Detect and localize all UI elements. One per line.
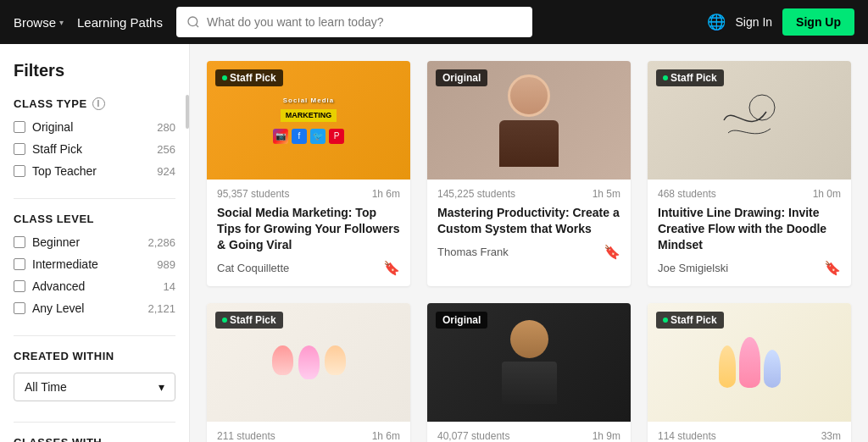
bookmark-icon-2[interactable]: 🔖 [824,260,841,276]
filter-item-anylevel: Any Level 2,121 [14,301,175,315]
browse-chevron-icon: ▾ [59,18,64,27]
svg-point-0 [188,17,198,26]
pinterest-icon: P [329,129,344,144]
card-title-0: Social Media Marketing: Top Tips for Gro… [217,205,400,253]
topteacher-count: 924 [157,165,175,178]
created-within-section: CREATED WITHIN All Time ▾ [14,350,175,401]
advanced-checkbox[interactable] [14,280,25,292]
social-title-box: MARKETING [281,109,337,122]
nav-right: 🌐 Sign In Sign Up [707,8,854,36]
card-info-5: 114 students 33m Floriography & Art: Cre… [648,422,851,442]
card-duration-3: 1h 6m [372,430,400,442]
beginner-label: Beginner [32,235,80,249]
card-students-2: 468 students [658,188,716,200]
class-type-info-icon[interactable]: i [92,97,105,110]
search-bar[interactable] [176,7,532,37]
filter-item-intermediate: Intermediate 989 [14,257,175,271]
topteacher-label: Top Teacher [32,164,97,178]
topteacher-checkbox[interactable] [14,165,25,177]
staffpick-count: 256 [157,143,175,156]
card-info-0: 95,357 students 1h 6m Social Media Marke… [207,180,410,286]
navbar: Browse ▾ Learning Paths 🌐 Sign In Sign U… [0,0,868,44]
card-students-3: 211 students [217,430,275,442]
badge-label-4: Original [442,314,481,326]
intermediate-checkbox[interactable] [14,258,25,270]
card-info-1: 145,225 students 1h 5m Mastering Product… [427,180,631,270]
original-count: 280 [157,121,175,134]
class-level-heading: CLASS LEVEL [14,213,175,225]
class-level-section: CLASS LEVEL Beginner 2,286 Intermediate … [14,213,175,315]
card-info-2: 468 students 1h 0m Intuitive Line Drawin… [648,180,851,286]
card-duration-5: 33m [821,430,841,442]
created-within-value: All Time [25,380,67,394]
divider-3 [14,422,175,423]
sidebar: Filters CLASS TYPE i Original 280 Staff … [0,44,190,442]
beginner-checkbox[interactable] [14,236,25,248]
badge-dot-2 [663,75,668,80]
badge-dot-5 [663,318,668,323]
classes-with-section: CLASSES WITH [14,436,175,442]
card-badge-0: Staff Pick [215,69,283,86]
card-4[interactable]: Original 40,077 students 1h 9m Modern Mo… [427,303,631,442]
anylevel-checkbox[interactable] [14,302,25,314]
bookmark-icon-0[interactable]: 🔖 [383,260,400,276]
card-1[interactable]: Original 145,225 students 1h 5m Masterin… [427,61,631,286]
original-checkbox[interactable] [14,121,25,133]
chevron-down-icon: ▾ [159,380,164,394]
created-within-heading: CREATED WITHIN [14,350,175,362]
anylevel-count: 2,121 [147,302,175,315]
search-icon [186,15,200,29]
badge-dot-icon [222,75,227,80]
scroll-indicator [186,95,189,129]
card-meta-4: 40,077 students 1h 9m [437,430,620,442]
bookmark-icon-1[interactable]: 🔖 [604,244,620,260]
card-students-5: 114 students [658,430,716,442]
badge-label-2: Staff Pick [670,72,717,84]
search-input[interactable] [207,15,522,29]
filter-item-advanced: Advanced 14 [14,279,175,293]
signup-button[interactable]: Sign Up [782,8,854,36]
card-badge-4: Original [436,312,487,329]
globe-icon[interactable]: 🌐 [707,13,726,31]
card-duration-0: 1h 6m [372,188,400,200]
card-thumb-0: Social Media MARKETING 📷 f 🐦 P Staff Pic… [207,61,410,180]
intermediate-count: 989 [157,258,175,271]
learning-paths-label: Learning Paths [77,15,163,30]
filter-item-original: Original 280 [14,120,175,134]
created-within-select[interactable]: All Time ▾ [14,373,175,401]
card-duration-2: 1h 0m [813,188,841,200]
advanced-count: 14 [164,280,175,293]
card-5[interactable]: Staff Pick 114 students 33m Floriography… [648,303,851,442]
staffpick-label: Staff Pick [32,142,82,156]
filter-item-beginner: Beginner 2,286 [14,235,175,249]
staffpick-checkbox[interactable] [14,143,25,155]
badge-label-5: Staff Pick [670,314,717,326]
card-footer-0: Cat Coquillette 🔖 [217,260,400,276]
browse-menu[interactable]: Browse ▾ [14,15,64,30]
card-badge-2: Staff Pick [656,69,724,86]
advanced-label: Advanced [32,279,85,293]
badge-label-3: Staff Pick [230,314,276,326]
browse-label: Browse [14,15,56,30]
card-info-3: 211 students 1h 6m Beginner Watercolor F… [207,422,410,442]
card-students-4: 40,077 students [437,430,509,442]
main-layout: Filters CLASS TYPE i Original 280 Staff … [0,44,868,442]
card-author-0: Cat Coquillette [217,262,289,274]
divider-2 [14,335,175,336]
badge-label-1: Original [442,72,481,84]
intermediate-label: Intermediate [32,257,98,271]
twitter-icon: 🐦 [310,129,326,144]
card-footer-1: Thomas Frank 🔖 [437,244,620,260]
original-label: Original [32,120,73,134]
card-badge-5: Staff Pick [656,312,724,329]
card-2[interactable]: Staff Pick 468 students 1h 0m Intuitive … [648,61,851,286]
filter-item-staffpick: Staff Pick 256 [14,142,175,156]
signin-button[interactable]: Sign In [736,15,773,29]
card-meta-5: 114 students 33m [658,430,841,442]
cards-grid: Social Media MARKETING 📷 f 🐦 P Staff Pic… [207,61,851,442]
card-meta-2: 468 students 1h 0m [658,188,841,200]
line-drawing-svg [715,86,783,154]
card-3[interactable]: Staff Pick 211 students 1h 6m Beginner W… [207,303,410,442]
card-0[interactable]: Social Media MARKETING 📷 f 🐦 P Staff Pic… [207,61,410,286]
card-title-2: Intuitive Line Drawing: Invite Creative … [658,205,841,253]
